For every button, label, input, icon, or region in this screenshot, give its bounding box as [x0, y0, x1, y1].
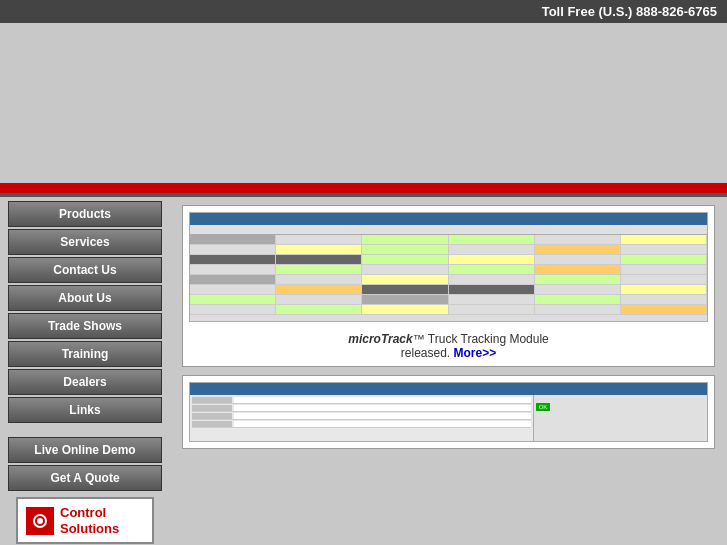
ss-toolbar: [190, 225, 707, 235]
ss-body: [190, 235, 707, 315]
sidebar-item-products[interactable]: Products: [8, 201, 162, 227]
ss2-green-button: OK: [536, 403, 551, 411]
red-accent-bar: [0, 183, 727, 193]
header-space: [0, 23, 727, 183]
caption-desc: Truck Tracking Module: [425, 332, 549, 346]
sidebar-item-training[interactable]: Training: [8, 341, 162, 367]
ss2-left-panel: [190, 395, 534, 442]
second-screenshot: OK: [189, 382, 708, 442]
sidebar-item-trade-shows[interactable]: Trade Shows: [8, 313, 162, 339]
sidebar-item-live-demo[interactable]: Live Online Demo: [8, 437, 162, 463]
sidebar: Products Services Contact Us About Us Tr…: [0, 197, 170, 545]
sidebar-item-services[interactable]: Services: [8, 229, 162, 255]
caption-micro: micro: [348, 332, 381, 346]
logo-line2: Solutions: [60, 521, 119, 537]
company-logo[interactable]: Control Solutions: [16, 497, 154, 544]
microtrack-caption: microTrack™ Truck Tracking Module releas…: [348, 332, 549, 360]
ss2-body: OK: [190, 395, 707, 442]
sidebar-item-dealers[interactable]: Dealers: [8, 369, 162, 395]
main-content: Products Services Contact Us About Us Tr…: [0, 197, 727, 545]
logo-line1: Control: [60, 505, 119, 521]
sidebar-item-contact-us[interactable]: Contact Us: [8, 257, 162, 283]
sidebar-item-about-us[interactable]: About Us: [8, 285, 162, 311]
logo-icon: [26, 507, 54, 535]
ss2-titlebar: [190, 383, 707, 395]
microtrack-screenshot: [189, 212, 708, 322]
phone-number: Toll Free (U.S.) 888-826-6765: [542, 4, 717, 19]
ss-titlebar: [190, 213, 707, 225]
sidebar-item-get-quote[interactable]: Get A Quote: [8, 465, 162, 491]
caption-track: Track: [381, 332, 413, 346]
logo-text: Control Solutions: [60, 505, 119, 536]
sidebar-item-links[interactable]: Links: [8, 397, 162, 423]
svg-point-1: [37, 518, 43, 524]
product-card-second: OK: [182, 375, 715, 449]
right-content: microTrack™ Truck Tracking Module releas…: [170, 197, 727, 545]
top-bar: Toll Free (U.S.) 888-826-6765: [0, 0, 727, 23]
caption-tm: ™: [413, 332, 425, 346]
more-link[interactable]: More>>: [454, 346, 497, 360]
ss2-right-panel: OK: [534, 395, 707, 442]
caption-released: released.: [401, 346, 454, 360]
product-card-microtrack: microTrack™ Truck Tracking Module releas…: [182, 205, 715, 367]
nav-spacer: [8, 425, 162, 437]
